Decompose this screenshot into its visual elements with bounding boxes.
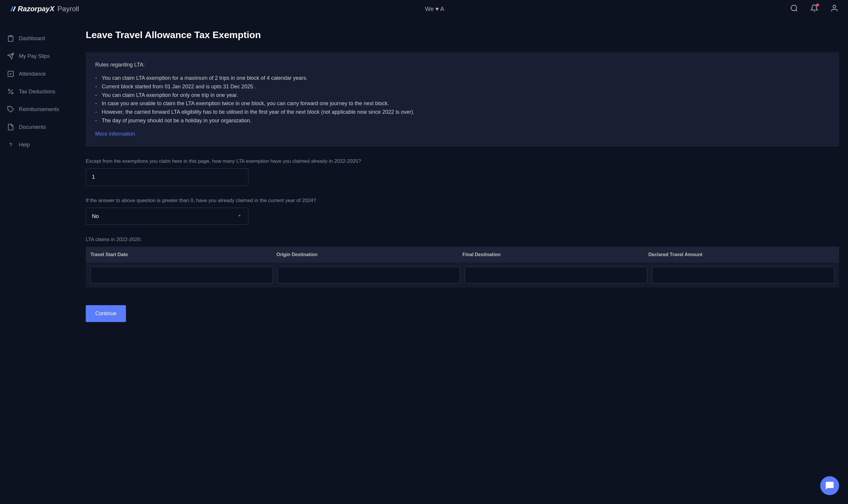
send-icon [7,53,14,60]
search-icon [790,4,798,13]
sidebar-item-label: My Pay Slips [19,53,50,59]
svg-point-6 [12,92,13,94]
chat-widget-button[interactable] [820,476,839,495]
logo-mark-icon [10,5,17,13]
rules-item: In case you are unable to claim the LTA … [95,99,830,108]
current-year-claim-select[interactable]: No [86,208,248,225]
app-header: RazorpayX Payroll We ♥ A [0,0,848,18]
sidebar-item-attendance[interactable]: Attendance [0,65,77,83]
svg-line-4 [8,90,13,94]
rules-card: Rules regarding LTA: You can claim LTA e… [86,52,839,146]
rules-item: You can claim LTA exemption for only one… [95,91,830,100]
sidebar-item-label: Attendance [19,71,46,77]
more-information-link[interactable]: More information [95,131,135,137]
origin-destination-input[interactable] [278,267,460,283]
rules-item: However, the carried forward LTA eligibi… [95,108,830,116]
sidebar-item-help[interactable]: Help [0,136,77,154]
chat-icon [825,481,834,490]
rules-heading: Rules regarding LTA: [95,62,830,68]
claims-table: Travel Start Date Origin Destination Fin… [86,247,839,287]
svg-point-0 [791,5,797,11]
file-icon [7,124,14,130]
notification-indicator-icon [816,3,819,6]
current-year-claim-label: If the answer to above question is great… [86,198,848,203]
travel-start-date-input[interactable] [90,267,273,283]
org-name-text: We ♥ A [425,6,444,13]
column-header-origin: Origin Destination [276,252,463,257]
logo-subtitle: Payroll [57,5,79,13]
notifications-button[interactable] [810,4,818,14]
prior-claims-section: Except from the exemptions you claim her… [86,158,848,186]
profile-button[interactable] [830,4,838,14]
user-icon [830,4,838,13]
main-content: Leave Travel Allowance Tax Exemption Rul… [77,18,848,334]
sidebar-item-dashboard[interactable]: Dashboard [0,30,77,47]
sidebar-item-label: Reimbursements [19,106,59,112]
search-button[interactable] [790,4,798,14]
column-header-final: Final Destination [463,252,648,257]
svg-point-5 [8,89,10,91]
rules-list: You can claim LTA exemption for a maximu… [95,74,830,125]
sidebar-item-documents[interactable]: Documents [0,118,77,136]
column-header-amount: Declared Travel Amount [648,252,834,257]
final-destination-input[interactable] [465,267,647,283]
sidebar-item-tax-deductions[interactable]: Tax Deductions [0,83,77,101]
current-year-claim-section: If the answer to above question is great… [86,198,848,225]
header-actions [790,4,838,14]
column-header-start-date: Travel Start Date [90,252,276,257]
clipboard-icon [7,35,14,42]
rules-item: Current block started from 01 Jan 2022 a… [95,83,830,91]
rules-item: The day of journey should not be a holid… [95,116,830,125]
rules-item: You can claim LTA exemption for a maximu… [95,74,830,83]
claims-heading: LTA claims in 2022-2025: [86,237,848,242]
declared-amount-input[interactable] [652,267,834,283]
help-circle-icon [7,141,14,148]
continue-button[interactable]: Continue [86,305,126,322]
sidebar-item-reimbursements[interactable]: Reimbursements [0,101,77,118]
logo-text: RazorpayX [18,5,54,13]
table-row [86,263,839,287]
sidebar-item-label: Tax Deductions [19,89,55,95]
svg-point-2 [833,5,835,8]
svg-line-1 [796,10,797,11]
prior-claims-input[interactable] [86,168,248,186]
percent-icon [7,88,14,95]
sidebar-item-payslips[interactable]: My Pay Slips [0,47,77,65]
table-header-row: Travel Start Date Origin Destination Fin… [86,247,839,263]
page-title: Leave Travel Allowance Tax Exemption [86,30,848,40]
sidebar-item-label: Dashboard [19,35,45,42]
prior-claims-label: Except from the exemptions you claim her… [86,158,848,164]
app-logo[interactable]: RazorpayX Payroll [10,5,79,13]
sidebar-nav: Dashboard My Pay Slips Attendance Tax De… [0,18,77,334]
sidebar-item-label: Help [19,142,30,148]
sidebar-item-label: Documents [19,124,46,130]
svg-point-7 [9,108,10,108]
check-square-icon [7,70,14,77]
tag-icon [7,106,14,113]
